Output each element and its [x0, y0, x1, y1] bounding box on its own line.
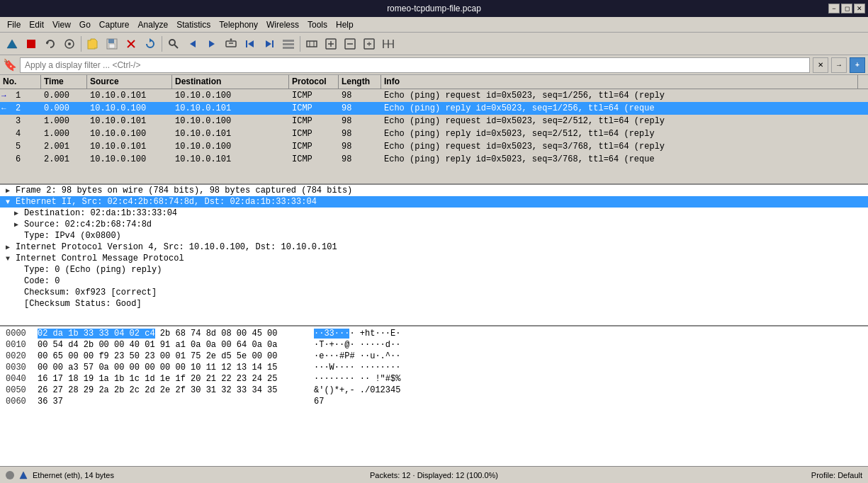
packet-row[interactable]: 4 1.000 10.10.0.100 10.10.0.101 ICMP 98 … — [0, 127, 868, 140]
detail-row-eth-type[interactable]: Type: IPv4 (0x0800) — [0, 230, 868, 242]
svg-rect-27 — [283, 47, 294, 49]
detail-text: Frame 2: 98 bytes on wire (784 bits), 98… — [16, 186, 352, 195]
menu-item-tools[interactable]: Tools — [303, 18, 332, 31]
resize-columns-button[interactable] — [379, 35, 398, 53]
go-forward-button[interactable] — [203, 35, 221, 53]
first-packet-button[interactable] — [241, 35, 259, 53]
menu-item-capture[interactable]: Capture — [95, 18, 134, 31]
menu-item-go[interactable]: Go — [75, 18, 95, 31]
find-packet-button[interactable] — [164, 35, 183, 53]
filter-add-button[interactable]: + — [850, 57, 865, 73]
col-header-time: Time — [41, 75, 87, 89]
colorize-button[interactable] — [303, 35, 321, 53]
hex-ascii: ·T·+··@· ·····d·· — [314, 340, 400, 350]
capture-icon — [18, 470, 28, 480]
stop-capture-button[interactable] — [22, 35, 40, 53]
close-file-button[interactable] — [122, 35, 140, 53]
filter-apply-button[interactable]: → — [831, 57, 847, 73]
restore-button[interactable]: ◻ — [841, 4, 852, 13]
filter-clear-button[interactable]: ✕ — [813, 57, 828, 73]
last-packet-button[interactable] — [260, 35, 278, 53]
normal-size-button[interactable] — [360, 35, 378, 53]
menu-item-wireless[interactable]: Wireless — [262, 18, 303, 31]
svg-rect-8 — [108, 39, 114, 43]
filter-bookmark-icon[interactable]: 🔖 — [3, 58, 17, 72]
hex-bytes: 36 37 — [38, 397, 314, 407]
expand-arrow — [14, 278, 24, 285]
detail-pane[interactable]: ▶Frame 2: 98 bytes on wire (784 bits), 9… — [0, 185, 868, 326]
title-bar: romeo-tcpdump-file.pcap − ◻ ✕ — [0, 0, 868, 17]
menu-item-analyze[interactable]: Analyze — [134, 18, 173, 31]
detail-row-eth-dst[interactable]: ▶Destination: 02:da:1b:33:33:04 — [0, 208, 868, 219]
profile-text: Profile: Default — [811, 471, 862, 479]
hex-row: 0020 00 65 00 00 f9 23 50 23 00 01 75 2e… — [0, 351, 868, 362]
menu-item-view[interactable]: View — [48, 18, 75, 31]
hex-ascii: 67 — [314, 397, 324, 407]
packet-row[interactable]: → 1 0.000 10.10.0.101 10.10.0.100 ICMP 9… — [0, 89, 868, 102]
hex-offset: 0010 — [6, 340, 38, 350]
expand-arrow: ▶ — [6, 243, 16, 251]
detail-text: Ethernet II, Src: 02:c4:2b:68:74:8d, Dst… — [16, 197, 317, 207]
detail-row-eth-src[interactable]: ▶Source: 02:c4:2b:68:74:8d — [0, 219, 868, 230]
packet-row[interactable]: 5 2.001 10.10.0.101 10.10.0.100 ICMP 98 … — [0, 140, 868, 153]
packet-row[interactable]: 6 2.001 10.10.0.100 10.10.0.101 ICMP 98 … — [0, 153, 868, 166]
svg-marker-23 — [266, 40, 271, 47]
save-file-button[interactable] — [103, 35, 121, 53]
status-bar: Ethernet (eth), 14 bytes Packets: 12 · D… — [0, 466, 868, 483]
start-capture-button[interactable] — [3, 35, 21, 53]
hex-bytes: 16 17 18 19 1a 1b 1c 1d 1e 1f 20 21 22 2… — [38, 374, 314, 384]
detail-text: Checksum: 0xf923 [correct] — [24, 288, 157, 297]
detail-row-icmp-checksum-status[interactable]: [Checksum Status: Good] — [0, 298, 868, 309]
detail-text: Destination: 02:da:1b:33:33:04 — [24, 208, 177, 218]
detail-row-ethernet[interactable]: ▼Ethernet II, Src: 02:c4:2b:68:74:8d, Ds… — [0, 196, 868, 208]
minimize-button[interactable]: − — [828, 4, 840, 13]
status-left-text: Ethernet (eth), 14 bytes — [33, 471, 114, 479]
svg-marker-21 — [248, 40, 254, 47]
detail-row-frame[interactable]: ▶Frame 2: 98 bytes on wire (784 bits), 9… — [0, 185, 868, 196]
packet-list: No. Time Source Destination Protocol Len… — [0, 75, 868, 185]
packet-row[interactable]: ← 2 0.000 10.10.0.100 10.10.0.101 ICMP 9… — [0, 102, 868, 115]
svg-marker-12 — [150, 38, 152, 42]
svg-marker-43 — [20, 472, 27, 479]
menu-item-help[interactable]: Help — [332, 18, 358, 31]
restart-capture-button[interactable] — [41, 35, 60, 53]
svg-line-14 — [174, 45, 178, 48]
expand-arrow — [14, 266, 24, 274]
ascii-highlight: ··33··· — [314, 329, 349, 339]
packet-row[interactable]: 3 1.000 10.10.0.101 10.10.0.100 ICMP 98 … — [0, 115, 868, 127]
menu-item-file[interactable]: File — [3, 18, 25, 31]
svg-rect-28 — [307, 41, 317, 47]
detail-text: Type: 0 (Echo (ping) reply) — [24, 265, 162, 275]
open-file-button[interactable] — [84, 35, 102, 53]
reload-button[interactable] — [141, 35, 159, 53]
hex-row: 0060 36 37 67 — [0, 396, 868, 407]
zoom-out-button[interactable] — [341, 35, 359, 53]
svg-rect-1 — [10, 45, 14, 47]
go-to-packet-button[interactable] — [222, 35, 240, 53]
menu-item-statistics[interactable]: Statistics — [172, 18, 215, 31]
detail-row-icmp-type[interactable]: Type: 0 (Echo (ping) reply) — [0, 264, 868, 275]
hex-highlight: 02 da 1b 33 33 04 02 c4 — [38, 329, 155, 339]
detail-row-icmp-checksum[interactable]: Checksum: 0xf923 [correct] — [0, 287, 868, 298]
expand-arrow: ▶ — [14, 209, 24, 217]
menu-item-edit[interactable]: Edit — [25, 18, 48, 31]
menu-item-telephony[interactable]: Telephony — [215, 18, 262, 31]
close-button[interactable]: ✕ — [854, 4, 865, 13]
filter-input[interactable] — [20, 57, 810, 73]
detail-text: Internet Protocol Version 4, Src: 10.10.… — [16, 242, 337, 252]
packet-rows[interactable]: → 1 0.000 10.10.0.101 10.10.0.100 ICMP 9… — [0, 89, 868, 183]
detail-row-icmp-code[interactable]: Code: 0 — [0, 275, 868, 287]
zoom-in-button[interactable] — [322, 35, 340, 53]
status-indicator — [6, 471, 14, 479]
svg-rect-9 — [109, 44, 115, 48]
hex-pane[interactable]: 0000 02 da 1b 33 33 04 02 c4 2b 68 74 8d… — [0, 326, 868, 466]
capture-options-button[interactable] — [60, 35, 79, 53]
detail-row-ip[interactable]: ▶Internet Protocol Version 4, Src: 10.10… — [0, 242, 868, 253]
detail-row-icmp[interactable]: ▼Internet Control Message Protocol — [0, 253, 868, 264]
menu-bar: FileEditViewGoCaptureAnalyzeStatisticsTe… — [0, 17, 868, 33]
autoscroll-button[interactable] — [279, 35, 298, 53]
expand-arrow: ▶ — [14, 220, 24, 229]
go-back-button[interactable] — [184, 35, 202, 53]
detail-text: Internet Control Message Protocol — [16, 254, 184, 263]
detail-text: Code: 0 — [24, 276, 60, 286]
